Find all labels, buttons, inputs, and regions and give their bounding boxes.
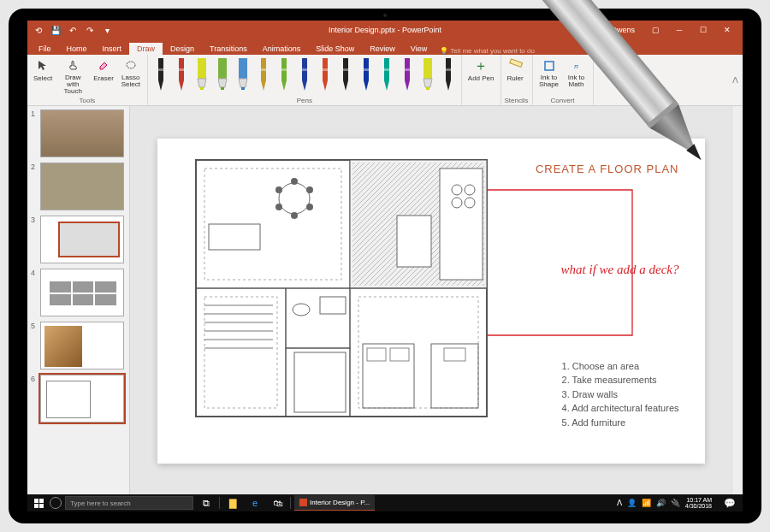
ribbon-display-options[interactable]: ▢	[643, 21, 667, 39]
vertical-scrollbar[interactable]	[732, 106, 743, 496]
ink-annotation: what if we add a deck?	[561, 263, 679, 277]
slide-thumbnail-4[interactable]	[40, 269, 124, 316]
pen-swatch-14[interactable]	[419, 56, 436, 92]
svg-rect-43	[294, 352, 346, 412]
select-button[interactable]: Select	[31, 56, 55, 84]
windows-taskbar: Type here to search ⧉ ▇ e 🛍 Interior Des…	[27, 494, 743, 511]
minimize-button[interactable]: ─	[667, 21, 691, 39]
qat-customize-icon[interactable]: ▾	[101, 26, 113, 35]
svg-point-38	[291, 212, 298, 219]
draw-touch-button[interactable]: Draw with Touch	[56, 56, 89, 97]
svg-rect-5	[218, 58, 227, 79]
tab-view[interactable]: View	[403, 43, 435, 55]
tools-group-label: Tools	[31, 97, 144, 105]
slide-thumbnail-2[interactable]	[40, 163, 124, 210]
pen-swatch-1[interactable]	[152, 56, 169, 92]
svg-rect-50	[363, 344, 414, 408]
pen-swatch-8[interactable]	[296, 56, 313, 92]
store-icon[interactable]: 🛍	[268, 494, 287, 511]
undo-icon[interactable]: ↶	[67, 26, 79, 35]
slide-thumbnail-1[interactable]	[40, 109, 124, 157]
user-name[interactable]: Aimee Owens	[587, 26, 635, 34]
wifi-icon[interactable]: 📶	[642, 499, 651, 507]
svg-rect-15	[384, 68, 389, 71]
svg-rect-54	[444, 348, 465, 361]
pen-swatch-12[interactable]	[378, 56, 395, 92]
power-icon[interactable]: 🔌	[671, 499, 680, 507]
lasso-icon	[123, 58, 139, 74]
pen-swatch-4[interactable]	[214, 56, 231, 92]
step-item: 2. Take measurements	[562, 373, 679, 387]
tab-design[interactable]: Design	[163, 43, 202, 55]
pen-swatch-13[interactable]	[399, 56, 416, 92]
pen-swatch-10[interactable]	[337, 56, 354, 92]
svg-rect-13	[343, 68, 348, 71]
svg-rect-10	[281, 68, 287, 71]
tab-insert[interactable]: Insert	[95, 43, 130, 55]
start-button[interactable]	[31, 495, 46, 511]
svg-rect-60	[397, 216, 431, 267]
slide-canvas[interactable]: CREATE A FLOOR PLAN what if we add a dec…	[157, 139, 705, 464]
step-item: 1. Choose an area	[562, 359, 679, 374]
svg-rect-1	[158, 68, 163, 71]
tab-transitions[interactable]: Transitions	[202, 43, 255, 55]
pen-swatch-5[interactable]	[234, 56, 252, 92]
autosave-icon[interactable]: ⟲	[33, 26, 44, 35]
svg-rect-52	[390, 348, 409, 361]
close-button[interactable]: ✕	[715, 21, 739, 39]
edge-icon[interactable]: e	[246, 494, 264, 511]
tab-slide-show[interactable]: Slide Show	[308, 43, 362, 55]
pens-group: Pens	[148, 55, 462, 105]
thumbnail-pane[interactable]: 1 2 3 4 5 6	[27, 106, 130, 496]
cortana-icon[interactable]	[50, 497, 62, 509]
slide-thumbnail-5[interactable]	[40, 322, 124, 369]
step-item: 3. Draw walls	[562, 387, 679, 402]
tab-animations[interactable]: Animations	[255, 43, 309, 55]
tell-me-search[interactable]: 💡 Tell me what you want to do	[435, 47, 535, 55]
tab-review[interactable]: Review	[362, 43, 403, 55]
maximize-button[interactable]: ☐	[691, 21, 715, 39]
pen-swatch-6[interactable]	[255, 56, 272, 92]
lasso-select-button[interactable]: Lasso Select	[118, 56, 144, 90]
pen-swatch-11[interactable]	[358, 56, 375, 92]
tab-file[interactable]: File	[31, 43, 59, 55]
collapse-ribbon-button[interactable]: ᐱ	[727, 55, 743, 105]
explorer-icon[interactable]: ▇	[223, 494, 242, 511]
powerpoint-taskbar-item[interactable]: Interior Design - P...	[294, 495, 375, 511]
svg-rect-16	[405, 68, 410, 71]
redo-icon[interactable]: ↷	[84, 26, 96, 35]
pen-swatch-7[interactable]	[275, 56, 293, 92]
ink-math-icon: π	[569, 58, 584, 74]
slide-thumbnail-6[interactable]	[40, 375, 124, 423]
svg-rect-33	[209, 224, 260, 250]
steps-list: 1. Choose an area 2. Take measurements 3…	[562, 359, 679, 430]
svg-point-39	[275, 204, 282, 210]
tray-up-icon[interactable]: ᐱ	[617, 499, 622, 507]
svg-point-36	[306, 186, 313, 193]
save-icon[interactable]: 💾	[50, 26, 62, 35]
svg-rect-7	[239, 58, 247, 79]
powerpoint-icon	[299, 499, 307, 506]
task-view-icon[interactable]: ⧉	[197, 494, 216, 511]
touch-icon	[65, 58, 80, 74]
svg-rect-14	[364, 68, 369, 71]
volume-icon[interactable]: 🔊	[656, 499, 666, 507]
tab-home[interactable]: Home	[59, 43, 95, 55]
tab-draw[interactable]: Draw	[129, 43, 163, 55]
eraser-button[interactable]: Eraser	[91, 56, 116, 84]
ink-to-math-button[interactable]: π Ink to Math	[564, 56, 589, 90]
pen-swatch-9[interactable]	[317, 56, 334, 92]
taskbar-search[interactable]: Type here to search	[65, 496, 193, 510]
pen-swatch-2[interactable]	[173, 56, 190, 92]
pen-swatch-3[interactable]	[193, 56, 210, 92]
taskbar-clock[interactable]: 10:17 AM 4/30/2018	[685, 497, 715, 509]
ruler-button[interactable]: Ruler	[505, 56, 526, 84]
svg-rect-55	[440, 168, 483, 280]
add-pen-button[interactable]: ＋ Add Pen	[465, 56, 497, 84]
pen-swatch-15[interactable]	[440, 56, 457, 92]
svg-rect-9	[261, 68, 266, 71]
ink-to-shape-button[interactable]: Ink to Shape	[536, 56, 562, 90]
action-center-icon[interactable]: 💬	[720, 494, 739, 511]
slide-thumbnail-3[interactable]	[40, 216, 124, 263]
people-icon[interactable]: 👤	[627, 499, 637, 507]
